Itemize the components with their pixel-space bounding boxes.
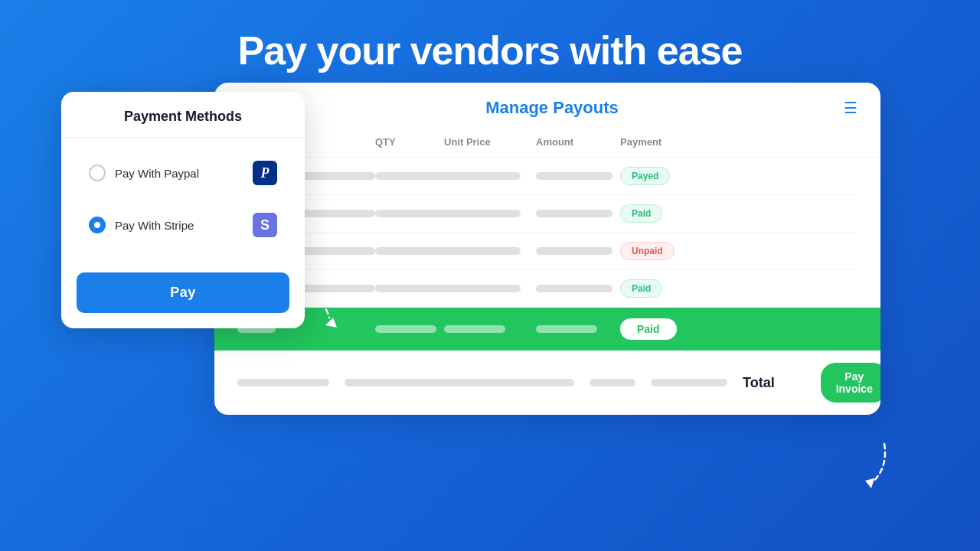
skeleton [375,247,452,255]
paypal-label: Pay With Paypal [115,167,199,180]
footer-row: Total Pay Invoice [214,350,880,415]
table-card: Manage Payouts ☰ ▼ QTY Unit Price Amount… [214,83,880,415]
skeleton [536,285,612,292]
svg-marker-1 [865,478,874,488]
dashed-arrow-bottom [842,436,896,490]
stripe-radio[interactable] [89,217,106,233]
status-badge-paid: Paid [620,204,662,223]
card-title: Payment Methods [61,92,305,138]
skeleton [651,379,727,386]
status-badge-payed: Payed [620,167,670,185]
skeleton [237,379,329,386]
paypal-radio[interactable] [89,165,106,181]
highlighted-paid-badge: Paid [620,318,677,340]
hero-title: Pay your vendors with ease [238,28,743,73]
skeleton [375,325,436,333]
col-amount: Amount [536,136,620,148]
skeleton [375,210,452,217]
skeleton [444,285,521,292]
table-columns: ▼ QTY Unit Price Amount Payment [214,130,880,158]
table-row: Paid [237,195,858,233]
payment-methods-card: Payment Methods Pay With Paypal P [61,92,305,328]
col-payment: Payment [620,136,712,148]
radio-inner [94,222,100,228]
menu-icon[interactable]: ☰ [844,99,858,117]
skeleton [375,172,452,180]
status-badge-unpaid: Unpaid [620,242,675,260]
table-header: Manage Payouts ☰ [214,83,880,130]
status-badge-paid: Paid [620,279,662,298]
skeleton [375,285,452,292]
pay-button[interactable]: Pay [77,272,289,313]
skeleton [536,247,612,255]
col-unit-price: Unit Price [444,136,536,148]
stripe-option[interactable]: Pay With Stripe S [77,202,289,248]
stripe-icon: S [253,213,277,237]
skeleton [590,379,635,386]
payment-options: Pay With Paypal P Pay With Stripe S [61,138,305,266]
skeleton [444,172,521,180]
skeleton [444,247,521,255]
col-qty: QTY [375,136,444,148]
paypal-icon: P [253,161,277,185]
svg-marker-0 [325,318,337,328]
skeleton [536,172,612,180]
skeleton [444,325,505,333]
paypal-option[interactable]: Pay With Paypal P [77,150,289,196]
skeleton [444,210,521,217]
total-label: Total [743,375,775,391]
table-row: Payed [237,158,858,195]
skeleton [345,379,574,386]
stripe-label: Pay With Stripe [115,219,194,232]
skeleton [536,325,597,333]
skeleton [536,210,612,217]
table-row: Unpaid [237,233,858,270]
pay-invoice-button[interactable]: Pay Invoice [821,363,880,403]
manage-payouts-title: Manage Payouts [260,98,844,118]
